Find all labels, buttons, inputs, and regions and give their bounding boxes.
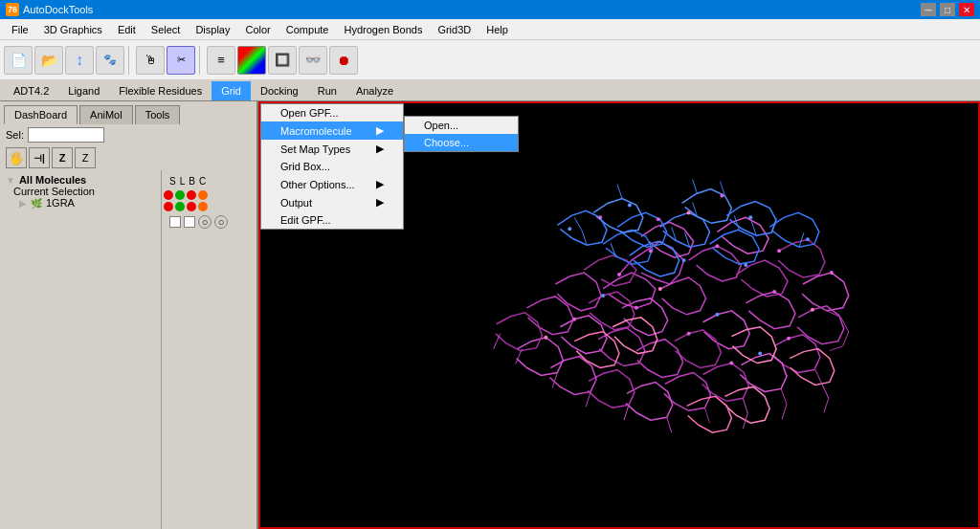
dot-green-2 [175,202,185,211]
toolbar-save[interactable]: ↕ [65,46,94,75]
svg-point-21 [748,215,752,219]
adt-menu-docking[interactable]: Docking [251,81,308,100]
svg-point-2 [649,249,653,253]
svg-point-20 [777,249,781,253]
all-molecules-section: ▼ All Molecules Current Selection ▶ 🌿 1G… [6,174,155,209]
maximize-button[interactable]: □ [940,3,955,16]
toolbar-record[interactable]: ⏺ [329,46,358,75]
title-bar: 76 AutoDockTools ─ □ ✕ [0,0,980,19]
menu-file[interactable]: File [4,20,36,39]
checkbox-2[interactable] [184,216,195,228]
molecule-item[interactable]: ▶ 🌿 1GRA [6,197,155,209]
adt-menu-grid[interactable]: Grid [212,81,251,100]
tool-Z2[interactable]: Z [75,147,96,168]
dot-green-1 [175,190,185,200]
svg-point-27 [568,227,571,231]
col-l: L [180,176,186,187]
svg-point-12 [572,318,576,321]
minimize-button[interactable]: ─ [921,3,936,16]
toolbar-color[interactable] [237,46,266,75]
menu-compute[interactable]: Compute [278,20,337,39]
svg-point-13 [544,336,547,340]
menu-grid3d[interactable]: Grid3D [430,20,479,39]
adt-menu-ligand[interactable]: Ligand [58,81,109,100]
menu-select[interactable]: Select [144,20,189,39]
close-button[interactable]: ✕ [959,3,974,16]
arrow-other-options: ▶ [376,178,384,190]
tab-animol[interactable]: AniMol [79,105,133,124]
toolbar-open[interactable]: 📂 [34,46,63,75]
sel-input[interactable] [28,127,104,143]
menu-bar: File 3D Graphics Edit Select Display Col… [0,19,980,40]
toolbar-glasses[interactable]: 👓 [299,46,327,75]
tab-tools[interactable]: Tools [135,105,181,124]
dot-red-1 [164,190,173,200]
svg-point-22 [720,193,724,197]
svg-point-1 [617,273,621,276]
svg-point-6 [772,290,776,294]
svg-point-18 [830,271,834,275]
adt-menu-adt42[interactable]: ADT4.2 [4,81,58,100]
svg-point-5 [744,263,747,267]
tool-hand[interactable]: 🖐 [6,147,27,168]
toolbar-tool1[interactable]: 🐾 [96,46,124,75]
checkbox-1[interactable] [169,216,181,228]
toolbar-select[interactable]: 🖱 [136,46,165,75]
molecule-icon: 🌿 [31,198,42,209]
menu-set-map-types[interactable]: Set Map Types ▶ [261,140,403,158]
dot-orange-1 [198,190,208,200]
title-bar-controls: ─ □ ✕ [921,3,974,16]
svg-point-19 [806,237,810,241]
left-side-icons: S L B C [161,170,256,529]
dot-orange-2 [198,202,208,211]
sep2 [199,46,203,75]
menu-open-gpf[interactable]: Open GPF... [261,104,403,121]
menu-edit[interactable]: Edit [110,20,144,39]
tool-Z1[interactable]: Z [52,147,73,168]
adt-menu-flexres[interactable]: Flexible Residues [109,81,212,100]
viewport[interactable]: Graphics Edit Open GPF... Macromolecule … [258,101,980,529]
adt-menu-run[interactable]: Run [308,81,346,100]
toolbar-render[interactable]: 🔲 [268,46,297,75]
col-c: C [199,176,206,187]
svg-point-24 [657,217,660,221]
dot-red-3 [164,202,173,211]
tabs: DashBoard AniMol Tools [0,101,256,124]
dots-row-1 [164,190,255,200]
cols-area: S L B C [164,174,255,188]
menu-edit-gpf[interactable]: Edit GPF... [261,211,403,229]
tool-bond1[interactable]: ⊣| [29,147,50,168]
svg-point-17 [811,308,814,312]
menu-3dgraphics[interactable]: 3D Graphics [36,20,110,39]
svg-point-7 [658,287,662,291]
menu-output[interactable]: Output ▶ [261,193,403,211]
molecule-panel: ▼ All Molecules Current Selection ▶ 🌿 1G… [0,170,161,529]
svg-point-9 [715,313,719,317]
arrow-macromolecule: ▶ [376,124,384,137]
menu-grid-box[interactable]: Grid Box... [261,158,403,175]
menu-help[interactable]: Help [479,20,516,39]
col-b: B [189,176,195,187]
adt-menu-analyze[interactable]: Analyze [346,81,403,100]
svg-point-11 [601,294,605,298]
col-s: S [169,176,176,187]
menu-other-options[interactable]: Other Options... ▶ [261,175,403,193]
svg-point-8 [687,332,691,336]
circle-icon-2[interactable]: ○ [214,215,228,229]
sel-label: Sel: [6,129,24,141]
left-main: ▼ All Molecules Current Selection ▶ 🌿 1G… [0,170,161,529]
toolbar-lines[interactable]: ≡ [207,46,235,75]
menu-color[interactable]: Color [238,20,278,39]
menu-hydrogenbonds[interactable]: Hydrogen Bonds [336,20,430,39]
toolbar: 📄 📂 ↕ 🐾 🖱 ✂ ≡ 🔲 👓 ⏺ [0,40,980,80]
svg-point-15 [758,352,762,356]
circle-icon-1[interactable]: ○ [198,215,212,229]
toolbar-transform[interactable]: ✂ [167,46,195,75]
menu-display[interactable]: Display [188,20,237,39]
app-title: AutoDockTools [23,4,93,15]
menu-macromolecule[interactable]: Macromolecule ▶ [261,121,403,140]
adt-menu-bar: ADT4.2 Ligand Flexible Residues Grid Doc… [0,80,980,101]
tab-dashboard[interactable]: DashBoard [4,105,78,124]
arrow-output: ▶ [376,196,384,209]
toolbar-new[interactable]: 📄 [4,46,33,75]
